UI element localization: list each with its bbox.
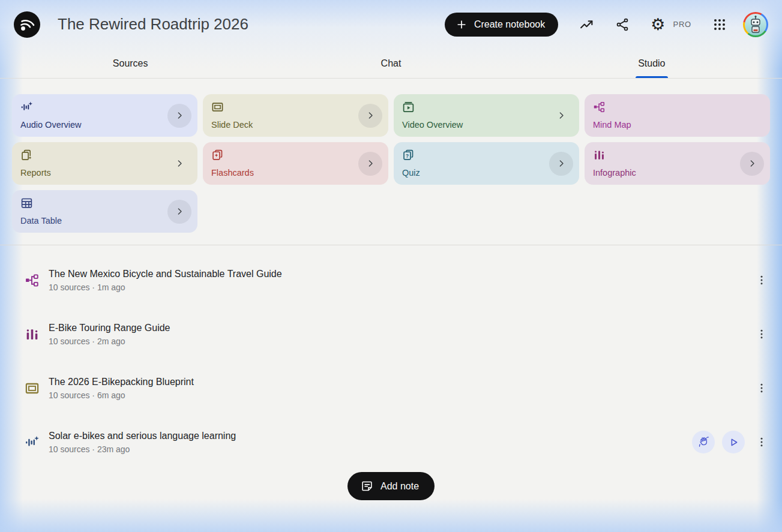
studio-card-label: Data Table [20,216,189,226]
settings-gear-icon[interactable]: ⚙ [651,16,665,32]
chevron-right-icon[interactable] [549,152,573,176]
notebooklm-logo-icon[interactable] [14,11,40,38]
list-item-title[interactable]: The New Mexico Bicycle and Sustainable T… [49,269,282,279]
list-item-title[interactable]: Solar e-bikes and serious language learn… [49,431,236,441]
studio-card-reports[interactable]: Reports [12,142,197,185]
chevron-right-icon[interactable] [167,104,191,128]
app-header: The Rewired Roadtrip 2026 Create noteboo… [0,0,782,49]
note-icon [361,480,373,492]
chevron-right-icon[interactable] [740,152,764,176]
waving-hand-icon [697,436,709,448]
main-tabs: Sources Chat Studio [0,49,782,79]
avatar-robot-image [745,14,766,35]
analytics-icon[interactable] [579,17,594,32]
chevron-right-icon[interactable] [358,104,382,128]
play-icon [728,437,739,448]
user-avatar[interactable] [743,12,768,37]
list-item-text: Solar e-bikes and serious language learn… [49,431,236,454]
studio-card-label: Mind Map [593,120,762,130]
list-item-slide-deck[interactable]: The 2026 E-Bikepacking Blueprint 10 sour… [0,361,769,415]
chevron-right-icon[interactable] [549,104,573,128]
chevron-right-icon[interactable] [167,152,191,176]
list-item-meta: 10 sources · 6m ago [49,390,194,400]
more-options-icon[interactable] [754,430,769,454]
list-item-text: The New Mexico Bicycle and Sustainable T… [49,269,282,292]
add-note-container: Add note [0,472,782,500]
pro-badge: PRO [673,20,691,29]
studio-card-flashcards[interactable]: Flashcards [203,142,388,185]
studio-card-slide-deck[interactable]: Slide Deck [203,94,388,137]
studio-card-label: Reports [20,168,189,178]
create-notebook-button[interactable]: Create notebook [445,13,558,37]
quiz-icon: ? [402,149,571,161]
list-item-text: The 2026 E-Bikepacking Blueprint 10 sour… [49,377,194,400]
studio-card-grid: Audio Overview Slide Deck Video Overview [0,79,782,233]
studio-card-label: Video Overview [402,120,571,130]
list-item-title[interactable]: E-Bike Touring Range Guide [49,323,170,333]
flashcards-icon [211,149,380,161]
more-options-icon[interactable] [754,376,769,400]
add-note-button[interactable]: Add note [347,472,435,500]
list-item-audio-overview[interactable]: Solar e-bikes and serious language learn… [0,415,769,469]
slide-deck-icon [24,381,40,396]
list-item-controls [692,430,769,454]
create-notebook-label: Create notebook [474,19,545,30]
tab-chat[interactable]: Chat [260,49,521,78]
studio-card-infographic[interactable]: Infographic [585,142,770,185]
notebook-title[interactable]: The Rewired Roadtrip 2026 [58,15,248,34]
list-item-controls [752,376,769,400]
slide-deck-icon [211,101,380,113]
list-item-meta: 10 sources · 1m ago [49,282,282,292]
list-item-meta: 10 sources · 2m ago [49,336,170,346]
artifact-list: The New Mexico Bicycle and Sustainable T… [0,245,782,469]
studio-card-label: Flashcards [211,168,380,178]
list-item-title[interactable]: The 2026 E-Bikepacking Blueprint [49,377,194,387]
studio-card-label: Slide Deck [211,120,380,130]
plus-icon [456,19,468,31]
data-table-icon [20,197,189,209]
list-item-mind-map[interactable]: The New Mexico Bicycle and Sustainable T… [0,253,769,307]
share-icon[interactable] [615,17,630,32]
tab-sources[interactable]: Sources [0,49,260,78]
studio-card-quiz[interactable]: ? Quiz [394,142,579,185]
list-item-meta: 10 sources · 23m ago [49,444,236,454]
list-item-controls [752,322,769,346]
studio-card-audio-overview[interactable]: Audio Overview [12,94,197,137]
tab-chat-label: Chat [381,58,402,69]
audio-overview-icon [24,435,40,450]
studio-card-data-table[interactable]: Data Table [12,190,197,233]
reports-icon [20,149,189,161]
mind-map-icon [593,101,762,113]
studio-card-label: Audio Overview [20,120,189,130]
list-item-infographic[interactable]: E-Bike Touring Range Guide 10 sources · … [0,307,769,361]
chevron-right-icon[interactable] [358,152,382,176]
mind-map-icon [24,273,40,288]
tab-sources-label: Sources [113,58,148,69]
studio-card-video-overview[interactable]: Video Overview [394,94,579,137]
svg-text:?: ? [406,153,409,159]
studio-card-label: Infographic [593,168,762,178]
chevron-right-icon[interactable] [167,200,191,224]
play-audio-button[interactable] [722,431,745,453]
studio-card-mind-map[interactable]: Mind Map [585,94,770,137]
interactive-mode-button[interactable] [692,431,715,453]
infographic-icon [24,327,40,342]
apps-grid-icon[interactable] [712,17,727,32]
add-note-label: Add note [380,481,419,492]
list-item-text: E-Bike Touring Range Guide 10 sources · … [49,323,170,346]
tab-studio[interactable]: Studio [522,49,782,78]
more-options-icon[interactable] [754,322,769,346]
infographic-icon [593,149,762,161]
tab-studio-label: Studio [638,58,665,69]
more-options-icon[interactable] [754,268,769,292]
list-item-controls [752,268,769,292]
video-overview-icon [402,101,571,113]
tab-active-underline [636,76,668,78]
studio-card-label: Quiz [402,168,571,178]
audio-overview-icon [20,101,189,113]
